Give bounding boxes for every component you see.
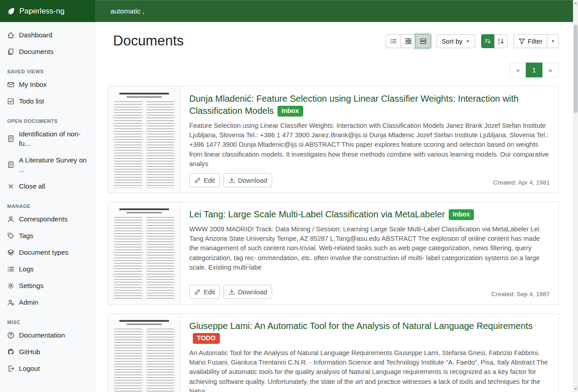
sort-by-button[interactable]: Sort by [437,34,475,48]
sidebar-item-open-doc-1[interactable]: Identification of non-fu... [0,126,95,152]
thumbnail-preview [108,86,180,193]
sidebar-item-logs[interactable]: Logs [0,261,95,277]
sidebar-item-my-inbox[interactable]: My Inbox [0,76,95,93]
sort-alpha-icon [497,38,504,45]
sidebar-item-open-doc-2[interactable]: A Literature Survey on ... [0,152,95,178]
sort-by-label: Sort by [441,38,462,45]
filter-button[interactable]: Filter [514,34,547,48]
scroll-up-arrow[interactable] [574,2,577,4]
download-label: Download [238,288,267,296]
pencil-icon [194,177,201,184]
sidebar-item-documentation[interactable]: Documentation [0,327,95,343]
pagination-page-1-button[interactable]: 1 [526,63,542,77]
list-icon [7,266,14,273]
sort-descending-button[interactable] [481,34,495,48]
search-input[interactable] [96,0,573,22]
sidebar-item-dashboard[interactable]: Dashboard [0,27,95,43]
scrollbar-thumb[interactable] [574,25,578,113]
created-date: Created: Apr 4, 1981 [493,179,550,187]
sidebar-item-settings[interactable]: Settings [0,277,95,294]
funnel-icon [519,38,525,45]
file-text-icon [7,161,14,168]
edit-button[interactable]: Edit [189,285,220,299]
thumbnail-preview [108,314,180,392]
created-date: Created: Sep 4, 1987 [492,291,550,299]
pagination-next-button[interactable]: » [542,63,559,77]
documents-page: Documents Sort by [96,22,573,392]
sort-down-icon [484,38,491,45]
sidebar-item-documents[interactable]: Documents [0,43,95,60]
tag-badge[interactable]: Inbox [278,106,303,117]
tag-badge[interactable]: TODO [193,333,220,344]
scroll-down-arrow[interactable] [574,388,577,390]
sort-direction-group [481,34,508,48]
house-icon [7,32,14,39]
stack-icon [7,249,14,256]
sidebar-item-label: My Inbox [19,80,47,89]
sidebar-item-tags[interactable]: Tags [0,227,95,244]
tag-icon [7,232,14,239]
scrollbar-track [573,0,578,392]
person-icon [7,216,14,223]
sidebar-item-label: Document types [19,248,68,257]
download-button[interactable]: Download [223,173,272,187]
sort-alphabetical-button[interactable] [494,34,508,48]
tag-badge[interactable]: Inbox [449,209,474,220]
detail-view-icon [420,38,427,45]
sidebar-item-label: GitHub [19,347,40,356]
sidebar-heading-open-documents: OPEN DOCUMENTS [0,115,95,126]
question-circle-icon [7,332,14,339]
list-view-button[interactable] [386,34,401,48]
sidebar-item-label: Todo list [19,96,44,106]
document-thumbnail[interactable] [108,202,181,304]
sidebar-item-todo-list[interactable]: Todo list [0,93,95,109]
brand-link[interactable]: Paperless-ng [0,0,96,22]
sidebar: Dashboard Documents SAVED VIEWS My Inbox… [0,22,96,392]
sidebar-item-label: Settings [19,281,44,290]
document-title: Dunja Mladenić: Feature Selection using … [189,93,550,117]
sidebar-item-label: Documents [19,47,54,56]
document-excerpt: WWW 2009 MADRID! Track: Data Mining / Se… [189,225,550,272]
sidebar-item-label: A Literature Survey on ... [19,155,88,174]
document-thumbnail[interactable] [108,86,181,193]
sidebar-item-label: Logout [19,364,40,373]
document-title-link[interactable]: Giuseppe Lami: An Automatic Tool for the… [189,321,532,331]
sidebar-item-logout[interactable]: Logout [0,360,95,377]
edit-label: Edit [204,288,215,296]
sidebar-item-label: Logs [19,264,34,274]
document-title-link[interactable]: Dunja Mladenić: Feature Selection using … [189,94,519,116]
check-square-icon [7,98,14,105]
sidebar-item-label: Admin [19,297,38,307]
pencil-icon [194,288,201,295]
sidebar-item-label: Correspondents [19,214,68,224]
edit-button[interactable]: Edit [189,173,220,187]
pagination-previous-button[interactable]: « [510,63,526,77]
sidebar-item-github[interactable]: GitHub [0,343,95,360]
document-thumbnail[interactable] [108,314,181,392]
document-excerpt: An Automatic Tool for the Analysis of Na… [189,348,550,392]
view-mode-group [386,34,431,48]
documents-icon [7,48,14,55]
document-card: Lei Tang: Large Scale Multi-Label Classi… [108,202,559,305]
sidebar-item-close-all[interactable]: Close all [0,178,95,194]
download-icon [228,288,235,295]
detail-view-button[interactable] [415,34,431,48]
grid-view-icon [405,38,412,45]
sidebar-item-admin[interactable]: Admin [0,294,95,311]
edit-label: Edit [204,177,215,184]
sidebar-item-correspondents[interactable]: Correspondents [0,211,95,227]
filter-label: Filter [528,38,542,45]
sidebar-item-label: Tags [19,231,33,240]
sidebar-heading-saved-views: SAVED VIEWS [0,65,95,76]
document-title-link[interactable]: Lei Tang: Large Scale Multi-Label Classi… [189,209,445,219]
sidebar-item-label: Dashboard [19,30,52,40]
sidebar-item-document-types[interactable]: Document types [0,244,95,261]
leaf-icon [7,7,15,15]
filter-dropdown-button[interactable] [547,34,559,48]
caret-down-icon [465,39,470,44]
document-card: Dunja Mladenić: Feature Selection using … [108,86,559,193]
download-label: Download [238,177,267,184]
sidebar-heading-misc: MISC [0,316,95,327]
grid-view-button[interactable] [401,34,416,48]
download-button[interactable]: Download [223,285,272,299]
